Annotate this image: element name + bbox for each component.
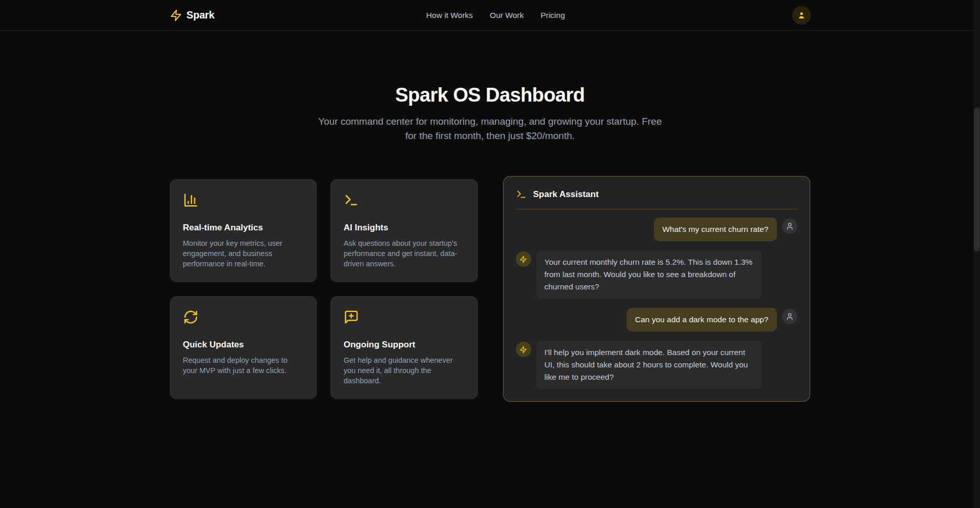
nav-link-how-it-works[interactable]: How it Works <box>426 11 473 20</box>
feature-card-realtime-analytics: Real-time Analytics Monitor your key met… <box>170 179 317 282</box>
message-square-plus-icon <box>344 309 359 325</box>
feature-card-description: Request and deploy changes to your MVP w… <box>183 355 304 376</box>
zap-icon <box>519 256 527 263</box>
feature-card-title: Quick Updates <box>183 340 304 350</box>
terminal-icon <box>516 189 527 200</box>
chat-message-assistant: Your current monthly churn rate is 5.2%.… <box>516 250 797 299</box>
page-subtitle: Your command center for monitoring, mana… <box>313 114 667 143</box>
chat-message-assistant: I'll help you implement dark mode. Based… <box>516 341 797 389</box>
brand-name: Spark <box>187 9 215 21</box>
feature-card-title: Real-time Analytics <box>183 223 304 233</box>
account-avatar-button[interactable] <box>792 6 811 25</box>
main-content: Real-time Analytics Monitor your key met… <box>170 176 811 402</box>
nav-link-our-work[interactable]: Our Work <box>490 11 524 20</box>
chat-message-list: What's my current churn rate? Your curre… <box>516 218 797 389</box>
feature-card-ai-insights: AI Insights Ask questions about your sta… <box>330 179 478 282</box>
vertical-scrollbar[interactable] <box>973 0 980 508</box>
top-navbar: Spark How it Works Our Work Pricing <box>0 0 980 31</box>
chat-bubble: Your current monthly churn rate is 5.2%.… <box>536 250 762 299</box>
feature-card-description: Get help and guidance whenever you need … <box>344 355 465 386</box>
user-icon <box>786 222 794 230</box>
feature-card-ongoing-support: Ongoing Support Get help and guidance wh… <box>330 296 478 399</box>
assistant-avatar <box>516 251 531 267</box>
zap-icon <box>170 9 182 22</box>
page: Spark How it Works Our Work Pricing Spar… <box>0 0 980 508</box>
refresh-icon <box>183 309 198 325</box>
user-icon <box>786 312 794 321</box>
feature-card-grid: Real-time Analytics Monitor your key met… <box>170 179 478 399</box>
chat-message-user: Can you add a dark mode to the app? <box>516 308 797 331</box>
assistant-avatar <box>516 342 531 357</box>
nav-link-pricing[interactable]: Pricing <box>541 11 565 20</box>
assistant-panel-title: Spark Assistant <box>533 189 599 200</box>
chat-bubble: What's my current churn rate? <box>654 218 776 241</box>
feature-card-quick-updates: Quick Updates Request and deploy changes… <box>170 296 317 399</box>
user-avatar <box>782 309 797 324</box>
assistant-panel-header: Spark Assistant <box>516 189 797 209</box>
user-avatar <box>782 219 797 234</box>
page-title: Spark OS Dashboard <box>0 84 980 106</box>
zap-icon <box>519 346 527 354</box>
bar-chart-icon <box>183 192 198 208</box>
feature-card-title: Ongoing Support <box>344 340 465 350</box>
spark-assistant-panel: Spark Assistant What's my current churn … <box>503 176 810 402</box>
feature-card-description: Ask questions about your startup's perfo… <box>344 238 465 269</box>
terminal-icon <box>344 192 359 208</box>
main-nav: How it Works Our Work Pricing <box>426 0 565 30</box>
scrollbar-thumb[interactable] <box>974 108 979 251</box>
feature-card-title: AI Insights <box>344 223 465 233</box>
brand-logo[interactable]: Spark <box>170 9 215 22</box>
chat-bubble: Can you add a dark mode to the app? <box>627 308 776 331</box>
hero-section: Spark OS Dashboard Your command center f… <box>0 31 980 143</box>
feature-card-description: Monitor your key metrics, user engagemen… <box>183 238 304 269</box>
user-icon <box>797 11 806 20</box>
chat-message-user: What's my current churn rate? <box>516 218 797 241</box>
chat-bubble: I'll help you implement dark mode. Based… <box>536 341 762 389</box>
